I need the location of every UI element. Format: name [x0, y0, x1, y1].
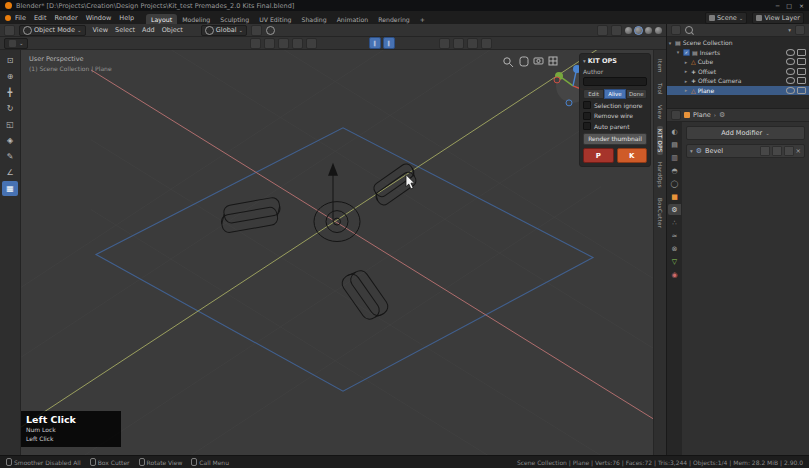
sidebar-tab-boxcutter[interactable]: BoxCutter — [657, 195, 663, 231]
visibility-options-icon[interactable] — [467, 38, 478, 49]
scene-selector[interactable]: Scene ⌄ — [705, 12, 747, 24]
maximize-button[interactable]: □ — [786, 2, 792, 9]
menu-help[interactable]: Help — [115, 13, 138, 23]
expand-icon[interactable]: ▸ — [683, 59, 689, 65]
outliner-row-plane[interactable]: ▸ △ Plane — [667, 86, 809, 96]
properties-tab-object[interactable]: ■ — [668, 191, 681, 202]
snap-magnet-icon[interactable] — [251, 25, 262, 36]
neg-x-axis-ball[interactable] — [554, 77, 560, 83]
render-thumbnail-button[interactable]: Render thumbnail — [583, 133, 647, 145]
menu-window[interactable]: Window — [82, 13, 116, 23]
add-modifier-button[interactable]: Add Modifier ⌄ — [686, 126, 805, 140]
neg-z-axis-ball[interactable] — [566, 100, 572, 106]
properties-tab-material[interactable]: ◉ — [668, 269, 681, 280]
gizmo-options-icon[interactable] — [292, 38, 303, 49]
disable-render-icon[interactable] — [797, 58, 806, 65]
transform-tool[interactable]: ◈ — [2, 133, 18, 148]
outliner-row-offset[interactable]: ▸ + Offset — [667, 67, 809, 77]
menu-object[interactable]: Object — [162, 26, 183, 34]
modifier-render-toggle[interactable] — [784, 146, 794, 156]
segment-alive-button[interactable]: Alive — [604, 89, 625, 99]
pivot-options-icon[interactable] — [278, 38, 289, 49]
modifier-realtime-toggle[interactable] — [772, 146, 782, 156]
proportional-toggle[interactable]: ‖ — [383, 37, 395, 49]
disable-render-icon[interactable] — [797, 87, 806, 94]
view-layer-selector[interactable]: View Layer — [752, 12, 804, 24]
collection-checkbox[interactable]: ✓ — [683, 49, 690, 56]
workspace-tab-modeling[interactable]: Modeling — [177, 14, 215, 24]
workspace-add-button[interactable]: + — [415, 14, 430, 24]
select-box-tool[interactable]: ⊡ — [2, 53, 18, 68]
close-button[interactable]: × — [799, 2, 804, 9]
expand-icon[interactable]: ▸ — [683, 78, 689, 84]
cursor-tool[interactable]: ⊕ — [2, 69, 18, 84]
menu-select[interactable]: Select — [115, 26, 135, 34]
move-tool[interactable]: ╋ — [2, 85, 18, 100]
workspace-tab-sculpting[interactable]: Sculpting — [215, 14, 254, 24]
annotate-tool[interactable]: ✎ — [2, 149, 18, 164]
editor-type-icon[interactable] — [4, 25, 15, 36]
empty-gizmo[interactable] — [314, 163, 360, 242]
outliner-row-inserts[interactable]: ▾ ✓ ▤ Inserts — [667, 48, 809, 58]
proportional-editing-icon[interactable] — [266, 26, 275, 35]
menu-view[interactable]: View — [93, 26, 108, 34]
search-icon[interactable] — [685, 26, 693, 34]
panel-expand-icon[interactable]: ▾ — [583, 58, 586, 64]
insert-box-left[interactable] — [219, 197, 283, 234]
properties-tab-view-layer[interactable]: ▥ — [668, 152, 681, 163]
render-preview-icon[interactable] — [453, 38, 464, 49]
hide-viewport-icon[interactable] — [786, 58, 795, 65]
properties-tab-scene[interactable]: ◓ — [668, 165, 681, 176]
segment-edit-button[interactable]: Edit — [583, 89, 604, 99]
close-icon[interactable]: × — [796, 147, 801, 155]
pan-hand-icon[interactable] — [520, 57, 528, 66]
ortho-toggle-icon[interactable] — [549, 57, 557, 65]
workspace-tab-uv-editing[interactable]: UV Editing — [254, 14, 296, 24]
disable-render-icon[interactable] — [797, 49, 806, 56]
properties-editor-icon[interactable] — [671, 110, 681, 120]
menu-edit[interactable]: Edit — [30, 13, 51, 23]
expand-icon[interactable]: ▸ — [683, 87, 689, 93]
viewport-3d[interactable]: User Perspective (1) Scene Collection | … — [21, 50, 653, 455]
workspace-tab-animation[interactable]: Animation — [332, 14, 374, 24]
modifier-panel-header[interactable]: ▾ ⚙ Bevel × — [686, 144, 805, 158]
sidebar-tab-kitops[interactable]: KIT OPS — [657, 126, 663, 156]
snap-toggle[interactable]: ‖ — [369, 37, 381, 49]
expand-icon[interactable]: ▾ — [675, 49, 681, 55]
menu-file[interactable]: File — [11, 13, 30, 23]
mode-dropdown[interactable]: Object Mode ⌄ — [19, 25, 86, 36]
hide-viewport-icon[interactable] — [786, 68, 795, 75]
hide-viewport-icon[interactable] — [786, 87, 795, 94]
sidebar-tab-hardops[interactable]: HardOps — [657, 159, 663, 191]
rendered-shading-icon[interactable] — [655, 27, 662, 34]
expand-icon[interactable]: ▾ — [690, 148, 693, 154]
solid-shading-icon[interactable] — [635, 27, 642, 34]
properties-tab-data[interactable]: ▽ — [668, 256, 681, 267]
orientation-dropdown[interactable]: Global ⌄ — [201, 25, 247, 36]
disable-render-icon[interactable] — [797, 77, 806, 84]
properties-tab-particles[interactable]: ∴ — [668, 217, 681, 228]
expand-icon[interactable]: ▸ — [683, 68, 689, 74]
properties-tab-render[interactable]: ◐ — [668, 126, 681, 137]
auto-parent-checkbox[interactable] — [583, 122, 591, 130]
sidebar-tab-view[interactable]: View — [657, 102, 663, 122]
sidebar-tab-tool[interactable]: Tool — [657, 80, 663, 98]
workspace-tab-layout[interactable]: Layout — [146, 14, 177, 24]
properties-tab-modifiers[interactable]: ⚙ — [668, 204, 681, 215]
zoom-icon[interactable] — [504, 58, 513, 67]
minimize-button[interactable]: ─ — [776, 2, 780, 9]
menu-render[interactable]: Render — [50, 13, 81, 23]
material-shading-icon[interactable] — [645, 27, 652, 34]
properties-tab-output[interactable]: ▤ — [668, 139, 681, 150]
camera-view-icon[interactable] — [534, 58, 543, 64]
insert-box-upper-right[interactable] — [369, 162, 421, 208]
selection-ignore-checkbox[interactable] — [583, 101, 591, 109]
overlays-toggle-icon[interactable] — [611, 25, 622, 36]
outliner-options-icon[interactable] — [795, 25, 805, 35]
segment-done-button[interactable]: Done — [626, 89, 647, 99]
remove-wire-checkbox[interactable] — [583, 112, 591, 120]
kitops-kpack-button[interactable]: K — [617, 148, 648, 163]
outliner-row-scene-collection[interactable]: ▾ ▤ Scene Collection — [667, 38, 809, 48]
disable-render-icon[interactable] — [797, 68, 806, 75]
xray-toggle-icon[interactable] — [439, 38, 450, 49]
